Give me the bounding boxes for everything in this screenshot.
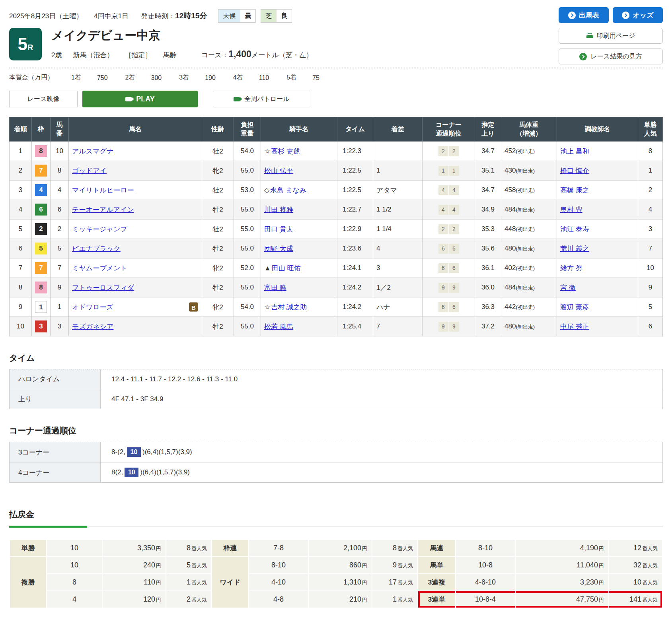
weather-value: 曇	[240, 10, 255, 22]
margin: 1 1/2	[373, 200, 423, 219]
corner-3-before: 8-(2,	[111, 448, 125, 456]
results-column-header: 馬 番	[51, 117, 69, 142]
horse-name-link[interactable]: マイリトルヒーロー	[72, 186, 134, 194]
race-info: メイクデビュー中京 2歳 新馬（混合） ［指定］ 馬齢 コース：1,400メート…	[51, 28, 313, 60]
win-favorite-rank: 4	[638, 200, 663, 219]
trainer-link[interactable]: 奥村 豊	[560, 206, 582, 214]
sex-age: 牡2	[202, 142, 234, 161]
corner-position-box: 9	[449, 283, 459, 293]
trainer-link[interactable]: 池江 泰寿	[560, 225, 589, 233]
payout-popularity: 8番人気	[372, 540, 418, 557]
trainer-cell: 荒川 義之	[557, 239, 638, 258]
waku-badge: 8	[35, 282, 47, 293]
jockey-link[interactable]: 吉村 誠之助	[271, 303, 307, 311]
horse-number: 9	[51, 278, 69, 297]
finish-time: 1:24.1	[337, 258, 373, 278]
trainer-link[interactable]: 渡辺 薫彦	[560, 303, 589, 311]
condition-designation: ［指定］	[125, 50, 152, 60]
yen-suffix: 円	[362, 580, 367, 586]
trainer-link[interactable]: 高橋 康之	[560, 186, 589, 194]
horse-name-link[interactable]: ミッキージャンプ	[72, 225, 127, 233]
last-3f-time: 35.3	[475, 219, 501, 239]
trainer-cell: 池上 昌和	[557, 142, 638, 161]
play-button[interactable]: PLAY	[82, 91, 198, 107]
body-weight-note: (初出走)	[516, 168, 535, 174]
last-3f-time: 34.7	[475, 142, 501, 161]
payout-bet-type: 馬単	[418, 557, 456, 574]
jockey-cell: 田口 貫太	[261, 219, 337, 239]
last-3f-time: 34.7	[475, 181, 501, 200]
weather-label: 天候	[218, 10, 240, 22]
margin: 7	[373, 317, 423, 336]
body-weight-note: (初出走)	[516, 187, 535, 193]
jockey-cell: 団野 大成	[261, 239, 337, 258]
load-weight: 53.0	[234, 181, 261, 200]
entry-table-button[interactable]: 出馬表	[559, 7, 609, 23]
jockey-link[interactable]: 団野 大成	[264, 245, 293, 252]
result-guide-button-label: レース結果の見方	[590, 52, 642, 61]
body-weight: 484(初出走)	[501, 200, 557, 219]
corner-section-title: コーナー通過順位	[9, 425, 663, 436]
payout-bet-type: 枠連	[212, 540, 249, 557]
corner-3-row: 3コーナー 8-(2,10)(6,4)(1,5,7)(3,9)	[10, 442, 663, 462]
horse-name-link[interactable]: オドワローズ	[72, 303, 113, 311]
horse-name-link[interactable]: ミヤムーブメント	[72, 264, 127, 272]
yen-suffix: 円	[156, 563, 161, 569]
corner-position-box: 6	[449, 263, 459, 273]
corner-4-label: 4コーナー	[10, 462, 101, 483]
horse-number: 2	[51, 219, 69, 239]
horse-name-link[interactable]: アルスマグナ	[72, 148, 113, 155]
horse-name-link[interactable]: テーオーアルアイン	[72, 206, 134, 214]
horse-name-link[interactable]: モズガネシア	[72, 323, 113, 330]
prize-amount: 190	[205, 74, 216, 82]
trainer-link[interactable]: 荒川 義之	[560, 245, 589, 252]
waku-cell: 1	[32, 297, 51, 317]
trainer-link[interactable]: 橋口 慎介	[560, 167, 589, 175]
jockey-link[interactable]: 田口 貫太	[264, 225, 293, 233]
waku-badge: 2	[35, 223, 47, 235]
finish-position: 9	[10, 297, 32, 317]
waku-cell: 7	[32, 258, 51, 278]
payout-table: 単勝103,350円8番人気枠連7-82,100円8番人気馬連8-104,190…	[9, 539, 663, 608]
trainer-link[interactable]: 池上 昌和	[560, 148, 589, 155]
jockey-link[interactable]: 高杉 吏麒	[271, 148, 300, 155]
yen-suffix: 円	[156, 580, 161, 586]
payout-combination: 7-8	[249, 540, 308, 557]
video-camera-icon	[125, 97, 132, 101]
trainer-cell: 中尾 秀正	[557, 317, 638, 336]
result-guide-button[interactable]: レース結果の見方	[559, 49, 663, 64]
patrol-video-button[interactable]: 全周パトロール	[213, 91, 310, 107]
payout-amount: 47,750円	[515, 591, 609, 608]
results-column-header: タイム	[337, 117, 373, 142]
jockey-link[interactable]: 松若 風馬	[264, 323, 293, 330]
finish-position: 3	[10, 181, 32, 200]
prize-amount: 110	[259, 74, 269, 82]
prize-amount: 75	[312, 74, 319, 82]
jockey-link[interactable]: 永島 まなみ	[270, 186, 306, 194]
odds-button[interactable]: オッズ	[613, 7, 663, 23]
trainer-link[interactable]: 宮 徹	[560, 284, 576, 291]
jockey-link[interactable]: 川田 将雅	[264, 206, 293, 214]
horse-name-link[interactable]: ピエナブラック	[72, 245, 121, 252]
jockey-link[interactable]: 富田 暁	[264, 284, 286, 291]
horse-name-cell: ミッキージャンプ	[69, 219, 202, 239]
horse-name-cell: フトゥーロスフィダ	[69, 278, 202, 297]
payout-section-title: 払戻金	[9, 509, 663, 520]
finish-position: 5	[10, 219, 32, 239]
horse-name-link[interactable]: ゴッドアイ	[72, 167, 107, 175]
payout-popularity: 1番人気	[166, 574, 212, 591]
jockey-link[interactable]: 田山 旺佑	[272, 264, 301, 272]
trainer-cell: 橋口 慎介	[557, 161, 638, 181]
trainer-link[interactable]: 緒方 努	[560, 264, 582, 272]
corner-position-box: 9	[438, 322, 448, 332]
waku-badge: 8	[35, 145, 47, 157]
body-weight: 480(初出走)	[501, 239, 557, 258]
jockey-link[interactable]: 松山 弘平	[264, 167, 293, 175]
horse-name-link[interactable]: フトゥーロスフィダ	[72, 284, 134, 291]
race-video-button[interactable]: レース映像	[9, 91, 78, 107]
finish-position: 6	[10, 239, 32, 258]
waku-badge: 1	[35, 301, 47, 313]
trainer-link[interactable]: 中尾 秀正	[560, 323, 589, 330]
print-page-button[interactable]: 印刷用ページ	[559, 28, 663, 44]
trainer-cell: 高橋 康之	[557, 181, 638, 200]
